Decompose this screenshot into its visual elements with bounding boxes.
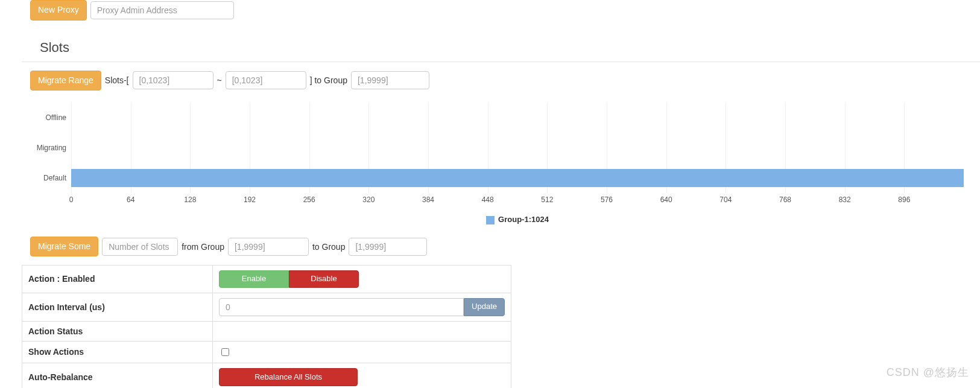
x-tick: 448	[482, 196, 494, 204]
action-interval-label: Action Interval (us)	[22, 293, 213, 321]
y-label: Default	[43, 174, 66, 182]
slots-chart: OfflineMigratingDefault 0641281922563203…	[30, 103, 980, 224]
section-divider	[22, 62, 980, 62]
slot-range-from-input[interactable]	[133, 71, 213, 89]
x-tick: 832	[839, 196, 851, 204]
slot-range-group-input[interactable]	[351, 71, 429, 89]
show-actions-checkbox[interactable]	[221, 348, 229, 356]
x-tick: 192	[244, 196, 256, 204]
from-group-input[interactable]	[228, 238, 309, 256]
interval-input[interactable]	[219, 298, 464, 316]
x-tick: 0	[69, 196, 74, 204]
x-tick: 896	[898, 196, 910, 204]
migrate-range-row: Migrate Range Slots-[ ~ ] to Group	[30, 71, 980, 91]
x-tick: 64	[127, 196, 134, 204]
x-tick: 128	[184, 196, 196, 204]
action-enabled-label: Action : Enabled	[22, 266, 213, 293]
enable-disable-group: Enable Disable	[219, 270, 505, 287]
show-actions-label: Show Actions	[22, 341, 213, 363]
migrate-range-button[interactable]: Migrate Range	[30, 71, 101, 91]
enable-button[interactable]: Enable	[219, 270, 289, 287]
interval-input-group: Update	[219, 298, 505, 316]
chart-bar	[71, 169, 964, 187]
proxy-row: New Proxy	[30, 0, 980, 21]
update-button[interactable]: Update	[464, 298, 505, 316]
slots-range-sep: ~	[213, 75, 226, 85]
slot-range-to-input[interactable]	[226, 71, 306, 89]
watermark: CSDN @悠扬生	[887, 365, 969, 380]
action-status-label: Action Status	[22, 321, 213, 341]
y-label: Migrating	[37, 144, 66, 152]
x-tick: 256	[303, 196, 315, 204]
to-group-input[interactable]	[349, 238, 427, 256]
chart-legend: Group-1:1024	[71, 215, 964, 224]
to-group-label: to Group	[309, 242, 349, 252]
x-tick: 576	[601, 196, 613, 204]
auto-rebalance-label: Auto-Rebalance	[22, 363, 213, 388]
x-tick: 640	[660, 196, 672, 204]
migrate-some-button[interactable]: Migrate Some	[30, 237, 98, 257]
slots-heading: Slots	[40, 40, 980, 56]
num-slots-input[interactable]	[102, 238, 178, 256]
slots-range-suffix: ] to Group	[306, 75, 351, 85]
rebalance-button[interactable]: Rebalance All Slots	[219, 368, 358, 386]
y-label: Offline	[46, 113, 66, 122]
proxy-address-input[interactable]	[90, 1, 234, 19]
disable-button[interactable]: Disable	[289, 270, 359, 287]
slots-range-prefix: Slots-[	[101, 75, 133, 85]
migrate-some-row: Migrate Some from Group to Group	[30, 237, 980, 257]
x-tick: 704	[719, 196, 732, 204]
action-status-value	[213, 321, 511, 341]
x-tick: 384	[422, 196, 434, 204]
x-tick: 320	[362, 196, 375, 204]
legend-swatch	[486, 216, 495, 224]
legend-label: Group-1:1024	[498, 215, 549, 224]
x-tick: 768	[779, 196, 791, 204]
from-group-label: from Group	[178, 242, 228, 252]
x-tick: 512	[541, 196, 553, 204]
action-table: Action : Enabled Enable Disable Action I…	[22, 265, 511, 388]
new-proxy-button[interactable]: New Proxy	[30, 0, 87, 21]
